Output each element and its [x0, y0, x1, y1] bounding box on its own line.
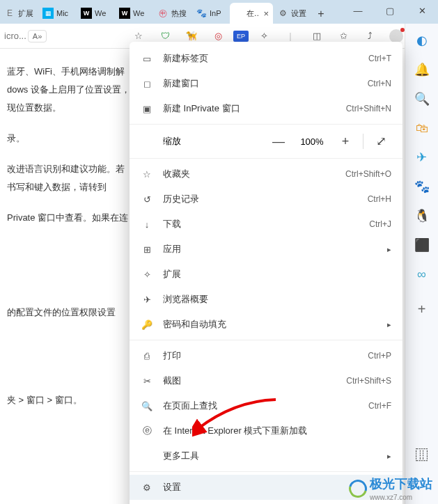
cart-icon[interactable]: 🛍 [411, 117, 433, 139]
hide-panel-icon[interactable]: ⿲ [411, 444, 433, 466]
menu-more-tools[interactable]: 更多工具▸ [130, 443, 402, 468]
bell-icon[interactable]: 🔔 [411, 58, 433, 81]
zoom-label: 缩放 [141, 135, 261, 148]
chevron-right-icon: ▸ [387, 245, 391, 254]
reading-mode[interactable]: A» [28, 30, 47, 42]
screenshot-icon: ✂ [141, 376, 153, 386]
menu-apps[interactable]: ⊞应用▸ [130, 237, 402, 262]
menu-ie-mode[interactable]: ⓔ在 Internet Explorer 模式下重新加载 [130, 418, 402, 443]
close-icon[interactable]: × [263, 8, 269, 19]
menu-screenshot[interactable]: ✂截图Ctrl+Shift+S [130, 368, 402, 393]
tab-icon: ▭ [141, 54, 153, 64]
history-icon: ↺ [141, 194, 153, 205]
tab-mic[interactable]: ▦Mic [38, 3, 77, 24]
download-icon: ↓ [141, 219, 153, 230]
pulse-icon: ✈ [141, 294, 153, 305]
puzzle-icon: ✧ [141, 269, 153, 280]
menu-zoom: 缩放 — 100% + ⤢ [130, 127, 402, 155]
inprivate-icon: ▣ [141, 104, 153, 114]
url-text[interactable]: icro... [4, 31, 26, 41]
menu-new-window[interactable]: ◻新建窗口Ctrl+N [130, 71, 402, 96]
maximize-button[interactable]: ▢ [374, 0, 406, 21]
search-side-icon[interactable]: 🔍 [411, 88, 433, 110]
copilot-icon[interactable]: ◐ [411, 29, 433, 52]
search-icon: 🔍 [141, 401, 153, 411]
ie-icon: ⓔ [141, 425, 153, 437]
tencent-icon[interactable]: ⬛ [411, 234, 433, 256]
tab-we2[interactable]: WWe [115, 3, 153, 24]
key-icon: 🔑 [141, 320, 153, 330]
link-icon[interactable]: ∞ [411, 263, 433, 285]
menu-new-inprivate[interactable]: ▣新建 InPrivate 窗口Ctrl+Shift+N [130, 96, 402, 121]
tab-we1[interactable]: WWe [77, 3, 115, 24]
apps-icon: ⊞ [141, 244, 153, 255]
menu-favorites[interactable]: ☆收藏夹Ctrl+Shift+O [130, 162, 402, 187]
tab-weibo[interactable]: ㊥热搜 [153, 3, 191, 24]
menu-print[interactable]: ⎙打印Ctrl+P [130, 343, 402, 368]
menu-new-tab[interactable]: ▭新建标签页Ctrl+T [130, 46, 402, 71]
app-menu: ▭新建标签页Ctrl+T ◻新建窗口Ctrl+N ▣新建 InPrivate 窗… [130, 42, 402, 504]
tab-settings[interactable]: ⚙设置 [273, 3, 311, 24]
tab-inp[interactable]: 🐾InP [191, 3, 230, 24]
star-icon: ☆ [141, 169, 153, 180]
menu-downloads[interactable]: ↓下载Ctrl+J [130, 212, 402, 237]
print-icon: ⎙ [141, 351, 153, 361]
qq-icon[interactable]: 🐧 [411, 205, 433, 227]
window-icon: ◻ [141, 79, 153, 89]
zoom-out-button[interactable]: — [268, 134, 289, 149]
menu-find[interactable]: 🔍在页面上查找Ctrl+F [130, 393, 402, 418]
menu-history[interactable]: ↺历史记录Ctrl+H [130, 187, 402, 212]
add-side-button[interactable]: + [411, 298, 433, 320]
zoom-in-button[interactable]: + [335, 134, 356, 149]
send-icon[interactable]: ✈ [411, 146, 433, 168]
menu-passwords[interactable]: 🔑密码和自动填充▸ [130, 312, 402, 337]
watermark-title: 极光下载站 [370, 475, 432, 492]
zoom-value: 100% [296, 136, 328, 147]
tab-extensions[interactable]: E扩展 [0, 3, 38, 24]
chevron-right-icon: ▸ [387, 320, 391, 329]
tab-bar: E扩展 ▦Mic WWe WWe ㊥热搜 🐾InP 在 N× ⚙设置 + — ▢… [0, 0, 438, 24]
menu-extensions[interactable]: ✧扩展 [130, 262, 402, 287]
watermark-logo-icon [345, 476, 370, 501]
fullscreen-button[interactable]: ⤢ [370, 134, 391, 149]
watermark-url: www.xz7.com [370, 494, 432, 501]
paw-icon[interactable]: 🐾 [411, 175, 433, 198]
menu-performance[interactable]: ✈浏览器概要 [130, 287, 402, 312]
new-tab-button[interactable]: + [311, 4, 331, 24]
gear-icon: ⚙ [141, 482, 153, 493]
tab-active[interactable]: 在 N× [230, 3, 273, 24]
ep-icon[interactable]: EP [233, 31, 249, 42]
watermark: 极光下载站 www.xz7.com [349, 475, 432, 501]
close-window-button[interactable]: ✕ [406, 0, 438, 21]
minimize-button[interactable]: — [342, 0, 374, 21]
side-panel: ◐ 🔔 🔍 🛍 ✈ 🐾 🐧 ⬛ ∞ + ⿲ [405, 24, 438, 504]
chevron-right-icon: ▸ [387, 452, 391, 461]
